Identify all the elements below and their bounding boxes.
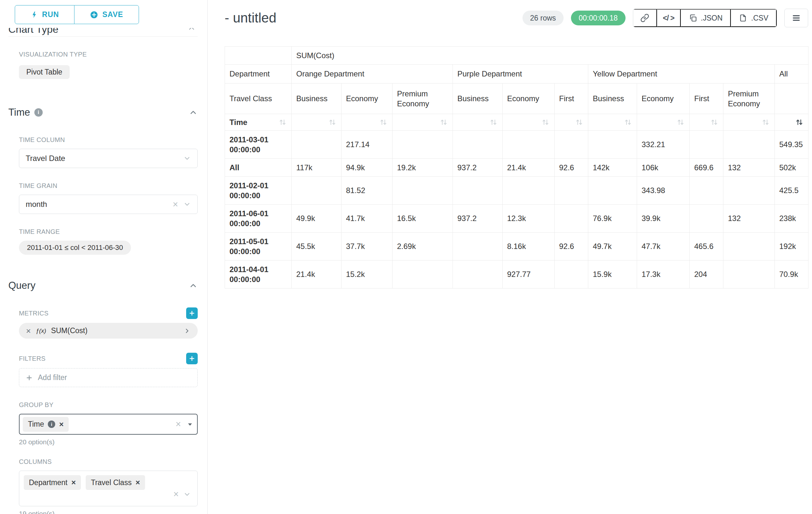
value-cell <box>393 131 453 159</box>
metrics-control: METRICS × ƒ(x) SUM(Cost) <box>19 307 198 339</box>
export-csv-button[interactable]: .CSV <box>731 9 777 27</box>
run-button[interactable]: RUN <box>15 5 75 24</box>
value-cell <box>393 177 453 205</box>
group-by-chip[interactable]: Time i × <box>23 417 69 432</box>
group-by-select[interactable]: Time i × × <box>19 414 198 435</box>
value-cell <box>453 261 502 289</box>
value-cell <box>502 177 555 205</box>
sort-descending-icon[interactable] <box>795 118 804 127</box>
query-section: Query METRICS × ƒ(x) SUM(Cost) <box>8 280 198 514</box>
embed-code-button[interactable]: </ > <box>657 9 681 27</box>
time-section: Time i TIME COLUMN Travel Date TIM <box>8 107 198 255</box>
columns-chip[interactable]: Department × <box>24 475 81 490</box>
time-range-chip[interactable]: 2011-01-01 ≤ col < 2011-06-30 <box>19 241 131 255</box>
visualization-type-chip[interactable]: Pivot Table <box>19 65 70 79</box>
sort-icon[interactable] <box>278 118 287 127</box>
chart-header: - untitled 26 rows 00:00:00.18 </ > <box>225 6 808 30</box>
row-header: 2011-04-01 00:00:00 <box>225 261 292 289</box>
sort-icon[interactable] <box>624 118 632 127</box>
value-cell: 192k <box>775 233 809 261</box>
value-cell: 12.3k <box>502 205 555 233</box>
chevron-up-icon[interactable] <box>187 28 196 32</box>
row-dimension-label: Time <box>225 114 292 131</box>
metric-chip[interactable]: × ƒ(x) SUM(Cost) <box>19 323 198 339</box>
column-header <box>775 83 809 114</box>
sort-icon[interactable] <box>761 118 770 127</box>
sort-icon[interactable] <box>379 118 388 127</box>
sort-icon[interactable] <box>328 118 337 127</box>
sort-icon[interactable] <box>676 118 685 127</box>
query-section-title: Query <box>8 280 35 291</box>
columns-dimension-label: Department <box>225 64 292 83</box>
add-metric-button[interactable] <box>186 307 198 319</box>
chevron-up-icon[interactable] <box>189 281 198 290</box>
sort-cell <box>453 114 502 131</box>
sort-cell <box>502 114 555 131</box>
save-button-label: SAVE <box>103 10 123 19</box>
run-button-label: RUN <box>42 10 59 19</box>
plus-icon <box>189 310 195 317</box>
value-cell: 217.14 <box>342 131 393 159</box>
sort-icon[interactable] <box>439 118 448 127</box>
chevron-down-icon[interactable] <box>186 421 194 428</box>
sort-icon[interactable] <box>575 118 583 127</box>
value-cell: 927.77 <box>502 261 555 289</box>
remove-metric-icon[interactable]: × <box>26 327 31 335</box>
time-column-select[interactable]: Travel Date <box>19 149 198 168</box>
link-icon <box>640 13 649 23</box>
remove-chip-icon[interactable]: × <box>136 479 140 486</box>
export-json-button[interactable]: .JSON <box>681 9 731 27</box>
value-cell: 49.7k <box>588 233 637 261</box>
value-cell <box>555 261 588 289</box>
menu-icon <box>792 13 801 23</box>
plus-icon <box>26 374 33 381</box>
copy-link-button[interactable] <box>633 9 657 27</box>
value-cell: 76.9k <box>588 205 637 233</box>
save-button[interactable]: SAVE <box>74 5 139 24</box>
value-cell: 937.2 <box>453 159 502 177</box>
time-grain-label: TIME GRAIN <box>19 182 198 190</box>
chart-type-section-cropped[interactable]: Chart Type <box>8 28 198 37</box>
clear-icon[interactable]: × <box>173 200 178 209</box>
caret-right-icon[interactable] <box>183 327 191 334</box>
columns-select[interactable]: Department × Travel Class × × <box>19 470 198 506</box>
table-row: 2011-04-01 00:00:0021.4k15.2k927.7715.9k… <box>225 261 809 289</box>
time-section-header[interactable]: Time i <box>8 107 198 118</box>
table-row: 2011-02-01 00:00:0081.52343.98425.5 <box>225 177 809 205</box>
add-filter-button[interactable] <box>186 353 198 364</box>
chevron-down-icon[interactable] <box>183 491 191 498</box>
value-cell: 425.5 <box>775 177 809 205</box>
group-by-chip-label: Time <box>28 420 44 429</box>
more-options-button[interactable] <box>784 9 808 27</box>
sort-cell <box>393 114 453 131</box>
sort-icon[interactable] <box>710 118 719 127</box>
query-section-header[interactable]: Query <box>8 280 198 291</box>
column-group-header: Orange Department <box>292 64 453 83</box>
row-header: 2011-03-01 00:00:00 <box>225 131 292 159</box>
copy-icon <box>689 14 697 22</box>
value-cell: 502k <box>775 159 809 177</box>
table-row: 2011-03-01 00:00:00217.14332.21549.35 <box>225 131 809 159</box>
remove-chip-icon[interactable]: × <box>59 421 63 428</box>
visualization-type-label: VISUALIZATION TYPE <box>19 51 198 58</box>
value-cell: 45.5k <box>292 233 342 261</box>
sort-icon[interactable] <box>541 118 550 127</box>
time-grain-select[interactable]: month × <box>19 195 198 214</box>
sort-cell <box>775 114 809 131</box>
clear-icon[interactable]: × <box>176 420 181 429</box>
clear-icon[interactable]: × <box>173 490 179 499</box>
value-cell <box>723 131 775 159</box>
group-by-control: GROUP BY Time i × × 20 option(s) <box>19 401 198 446</box>
sort-icon[interactable] <box>489 118 498 127</box>
columns-chip[interactable]: Travel Class × <box>86 475 145 490</box>
add-filter-dropzone[interactable]: Add filter <box>19 368 198 387</box>
value-cell: 332.21 <box>637 131 690 159</box>
value-cell: 15.9k <box>588 261 637 289</box>
filters-label: FILTERS <box>19 355 46 362</box>
chevron-up-icon[interactable] <box>189 108 198 117</box>
remove-chip-icon[interactable]: × <box>71 479 76 486</box>
value-cell: 70.9k <box>775 261 809 289</box>
sort-cell <box>723 114 775 131</box>
value-cell: 465.6 <box>690 233 723 261</box>
info-icon[interactable]: i <box>34 108 43 117</box>
